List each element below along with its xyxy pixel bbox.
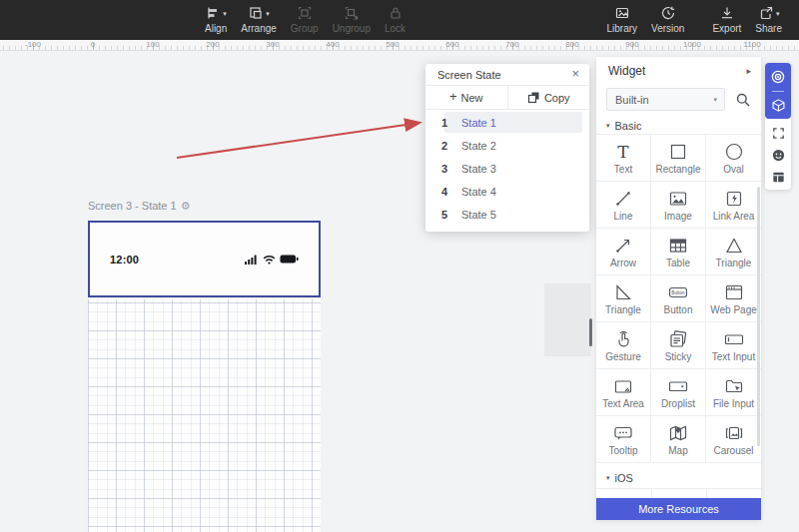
state-row-2[interactable]: 2 State 2 — [425, 134, 589, 157]
basic-section-header[interactable]: ▾ Basic — [596, 117, 761, 134]
search-icon[interactable] — [735, 92, 751, 108]
status-time: 12:00 — [110, 254, 139, 266]
widget-item-oval[interactable]: Oval — [706, 135, 761, 182]
basic-section-label: Basic — [615, 120, 642, 132]
tooltip-icon — [612, 422, 634, 444]
state-row-5[interactable]: 5 State 5 — [425, 203, 589, 226]
widget-item-tooltip[interactable]: Tooltip — [596, 416, 651, 463]
state-label: State 1 — [461, 117, 496, 129]
dialog-title: Screen State — [437, 69, 501, 81]
state-list: 1 State 1 2 State 2 3 State 3 4 State 4 … — [425, 110, 589, 226]
state-number: 2 — [437, 140, 451, 152]
layout-panel-icon[interactable] — [769, 168, 787, 186]
state-row-1[interactable]: 1 State 1 — [425, 111, 589, 134]
copy-state-button[interactable]: Copy — [507, 86, 590, 109]
ruler-label: 700 — [505, 40, 518, 49]
screen-title-text: Screen 3 - State 1 — [88, 200, 177, 212]
button-widget-icon: Button — [667, 281, 689, 303]
align-button[interactable]: ▾ Align — [198, 4, 234, 34]
widget-item-line[interactable]: Line — [596, 182, 651, 229]
fullscreen-icon[interactable] — [769, 125, 787, 143]
widget-label: Triangle — [605, 305, 641, 315]
chevron-down-icon: ▾ — [713, 96, 717, 104]
emoji-feedback-icon[interactable] — [769, 147, 787, 165]
gesture-icon — [612, 328, 634, 350]
ruler-label: 300 — [266, 40, 279, 49]
image-icon — [667, 188, 689, 210]
widget-item-web-page[interactable]: Web Page — [706, 275, 761, 322]
ruler-label: 1100 — [743, 40, 760, 49]
widget-item-arrow[interactable]: Arrow — [596, 229, 651, 275]
widget-item-text[interactable]: T Text — [596, 135, 651, 182]
widget-item-image[interactable]: Image — [651, 182, 706, 229]
screen-frame[interactable]: 12:00 — [88, 221, 321, 297]
close-icon[interactable]: × — [571, 66, 579, 81]
copy-state-label: Copy — [544, 92, 570, 104]
widget-item-table[interactable]: Table — [651, 229, 706, 275]
plus-icon: + — [449, 91, 457, 102]
svg-text:Button: Button — [671, 290, 685, 295]
ios-section-header[interactable]: ▾ iOS — [596, 469, 761, 486]
group-icon — [297, 4, 313, 22]
rectangle-icon — [667, 141, 689, 163]
collapse-panel-icon[interactable]: ▸ — [746, 66, 751, 76]
new-state-button[interactable]: + New — [425, 86, 507, 109]
widget-label: Triangle — [716, 259, 752, 268]
version-button[interactable]: Version — [644, 4, 691, 34]
share-icon: ▾ — [758, 4, 780, 22]
screen-body-grid[interactable] — [88, 299, 321, 532]
export-button[interactable]: Export — [705, 4, 748, 34]
group-button[interactable]: Group — [284, 4, 326, 34]
widget-item-button[interactable]: Button Button — [651, 275, 706, 322]
widget-item-carousel[interactable]: Carousel — [706, 416, 761, 463]
background-screen-fragment — [544, 283, 591, 356]
widget-item-droplist[interactable]: Droplist — [651, 369, 706, 416]
widget-item-right-triangle[interactable]: Triangle — [596, 275, 651, 322]
top-toolbar: ▾ Align ▾ Arrange Group — [0, 0, 799, 40]
screen-state-gear-icon[interactable]: ⚙ — [181, 201, 191, 212]
share-label: Share — [755, 23, 782, 34]
state-number: 5 — [437, 209, 451, 221]
canvas-tools-group — [765, 121, 791, 190]
sticky-icon — [667, 328, 689, 350]
ruler-label: 200 — [206, 40, 219, 49]
widget-item-gesture[interactable]: Gesture — [596, 322, 651, 369]
widget-label: Table — [666, 259, 690, 268]
more-resources-button[interactable]: More Resources — [596, 498, 761, 520]
widget-label: Button — [664, 305, 693, 315]
copy-icon — [527, 91, 540, 104]
more-resources-label: More Resources — [638, 503, 719, 515]
ungroup-button[interactable]: Ungroup — [326, 4, 378, 34]
library-select[interactable]: Built-in ▾ — [606, 88, 725, 111]
version-history-icon — [660, 4, 676, 22]
ungroup-icon — [344, 4, 360, 22]
widget-item-sticky[interactable]: Sticky — [651, 322, 706, 369]
widget-panel-header: Widget ▸ — [596, 57, 761, 84]
link-area-icon — [723, 188, 745, 210]
widget-item-rectangle[interactable]: Rectangle — [651, 135, 706, 182]
ruler-label: 500 — [386, 40, 399, 49]
state-row-3[interactable]: 3 State 3 — [425, 157, 589, 180]
state-number: 3 — [437, 163, 451, 175]
table-icon — [667, 235, 689, 257]
share-button[interactable]: ▾ Share — [748, 4, 789, 34]
screen-title: Screen 3 - State 1 ⚙ — [88, 200, 191, 212]
widget-item-link-area[interactable]: Link Area — [706, 182, 761, 229]
widget-item-map[interactable]: Map — [651, 416, 706, 463]
library-button[interactable]: Library — [599, 4, 644, 34]
panel-scrollbar-thumb[interactable] — [757, 187, 760, 446]
arrange-button[interactable]: ▾ Arrange — [234, 4, 284, 34]
widget-item-triangle[interactable]: Triangle — [706, 229, 761, 275]
widget-item-text-area[interactable]: Text Area — [596, 369, 651, 416]
library-label: Library — [606, 23, 637, 34]
canvas-scrollbar-thumb[interactable] — [589, 318, 592, 346]
lock-label: Lock — [385, 23, 405, 34]
widget-label: File Input — [713, 399, 754, 409]
3d-cube-icon[interactable] — [769, 96, 787, 114]
widget-item-file-input[interactable]: File Input — [706, 369, 761, 416]
widget-item-text-input[interactable]: Text Input — [706, 322, 761, 369]
lock-button[interactable]: Lock — [378, 4, 412, 34]
widget-panel: Widget ▸ Built-in ▾ ▾ Basic T Text Recta… — [596, 57, 761, 520]
widget-target-icon[interactable] — [769, 68, 787, 86]
state-row-4[interactable]: 4 State 4 — [425, 180, 589, 203]
